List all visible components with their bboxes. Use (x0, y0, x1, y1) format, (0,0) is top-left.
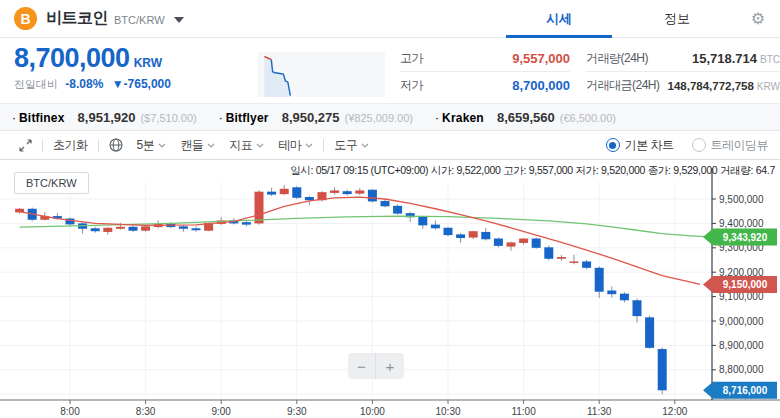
price-badge: 9,343,920 (703, 229, 777, 246)
divider (323, 139, 324, 152)
candle-body (633, 300, 642, 316)
chevron-down-icon (207, 143, 215, 148)
zoom-controls: − + (348, 353, 404, 379)
btc-krw-market-page: B 비트코인 BTC/KRW 시세 정보 ⚙ 8,700,000 KRW 전일대… (0, 0, 780, 418)
radio-selected-icon (606, 138, 620, 152)
svg-text:8,716,000: 8,716,000 (723, 385, 768, 396)
candle-body (444, 228, 453, 235)
x-axis-label: 8:30 (136, 406, 156, 417)
candle-body (242, 222, 251, 224)
y-axis-label: 8,800,000 (719, 364, 764, 375)
price-sparkline (258, 52, 385, 97)
chart-toolbar: 초기화 5분 캔들 지표 테마 도구 (0, 131, 780, 160)
coin-selector[interactable]: B 비트코인 BTC/KRW (0, 0, 500, 37)
fullscreen-button[interactable] (12, 131, 39, 159)
exchange-converted-price: ($7,510.00) (140, 112, 196, 124)
x-axis-label: 12:00 (662, 406, 687, 417)
market-stats: 고가 9,557,000 저가 8,700,000 거래량(24H) 15,71… (400, 45, 780, 99)
current-price-block: 8,700,000 KRW 전일대비 -8.08% ▼-765,000 (14, 43, 176, 92)
y-axis-label: 8,900,000 (719, 340, 764, 351)
tab-price[interactable]: 시세 (500, 0, 618, 37)
candle-body (192, 228, 201, 230)
globe-button[interactable] (102, 131, 130, 159)
stat-high: 고가 9,557,000 (400, 45, 570, 72)
change-amount: ▼-765,000 (112, 77, 171, 91)
tab-info[interactable]: 정보 (618, 0, 736, 37)
exchange-price: 8,951,920 (78, 110, 136, 125)
change-percent: -8.08% (65, 77, 103, 91)
candle-body (469, 231, 478, 237)
candle-body (431, 225, 440, 229)
divider (98, 139, 99, 152)
candle-body (418, 217, 427, 226)
x-axis-label: 10:00 (360, 406, 385, 417)
candle-body (330, 190, 339, 192)
svg-text:9,150,000: 9,150,000 (723, 279, 768, 290)
candle-body (129, 227, 138, 231)
theme-dropdown[interactable]: 테마 (271, 131, 320, 159)
candle-info-line: 일시: 05/17 09:15 (UTC+09:00) 시가: 9,522,00… (290, 164, 775, 178)
header-tabs: 시세 정보 (500, 0, 736, 37)
x-axis-label: 10:30 (435, 406, 460, 417)
chart-mode-radios: 기본 차트 트레이딩뷰 (588, 137, 768, 154)
settings-button[interactable]: ⚙ (736, 0, 780, 37)
candle-body (532, 239, 541, 248)
reset-button[interactable]: 초기화 (46, 131, 95, 159)
radio-basic-chart[interactable]: 기본 차트 (606, 137, 674, 154)
candle-body (103, 228, 112, 232)
ma-line-MA-long (20, 216, 712, 237)
exchange-kraken: · Kraken 8,659,560 (€6,500.00) (435, 110, 616, 125)
y-axis-label: 9,500,000 (719, 194, 764, 205)
x-axis-label: 9:00 (211, 406, 231, 417)
candle-body (595, 268, 604, 292)
candle-body (519, 239, 528, 243)
stat-volume: 거래량(24H) 15,718.714BTC (586, 45, 780, 72)
candle-body (645, 317, 654, 348)
candle-body (116, 227, 125, 229)
candle-body (620, 294, 629, 301)
candle-body (141, 226, 150, 230)
candle-body (292, 187, 301, 197)
exchange-converted-price: (€6,500.00) (560, 112, 616, 124)
candle-body (456, 234, 465, 238)
chevron-down-icon (158, 143, 166, 148)
exchange-bitflyer: · Bitflyer 8,950,275 (¥825,009.00) (219, 110, 413, 125)
chevron-down-icon (305, 143, 313, 148)
exchange-name: Kraken (442, 111, 484, 125)
price-badge: 8,716,000 (703, 382, 777, 399)
stat-low: 저가 8,700,000 (400, 72, 570, 99)
chart-pair-label: BTC/KRW (14, 172, 89, 194)
candle-body (507, 242, 516, 246)
x-axis-label: 11:00 (511, 406, 536, 417)
indicator-dropdown[interactable]: 지표 (222, 131, 271, 159)
globe-icon (109, 138, 123, 152)
change-label: 전일대비 (14, 78, 58, 90)
exchange-name: Bitflyer (226, 111, 269, 125)
candle-body (305, 197, 314, 200)
zoom-out-button[interactable]: − (348, 353, 376, 379)
price-currency: KRW (134, 56, 162, 70)
candlestick-chart[interactable]: 9,500,0009,400,0009,300,0009,200,0009,10… (0, 160, 780, 418)
bullet-icon: · (12, 111, 16, 125)
interval-dropdown[interactable]: 5분 (130, 131, 174, 159)
exchange-price: 8,659,560 (497, 110, 555, 125)
zoom-in-button[interactable]: + (376, 353, 404, 379)
tools-dropdown[interactable]: 도구 (327, 131, 376, 159)
exchange-name: Bitfinex (19, 111, 65, 125)
candle-body (582, 261, 591, 267)
candle-body (280, 189, 289, 194)
candle-body (343, 191, 352, 194)
x-axis-label: 9:30 (287, 406, 307, 417)
x-axis-label: 8:00 (60, 406, 80, 417)
candle-body (494, 239, 503, 246)
candle-body (393, 206, 402, 214)
exchange-converted-price: (¥825,009.00) (345, 112, 414, 124)
y-axis-label: 9,000,000 (719, 316, 764, 327)
coin-name: 비트코인 (46, 8, 108, 29)
candle-type-dropdown[interactable]: 캔들 (173, 131, 222, 159)
candle-body (557, 257, 566, 259)
gear-icon: ⚙ (751, 9, 765, 28)
divider (42, 139, 43, 152)
expand-arrows-icon (19, 139, 32, 152)
radio-tradingview[interactable]: 트레이딩뷰 (692, 137, 769, 154)
